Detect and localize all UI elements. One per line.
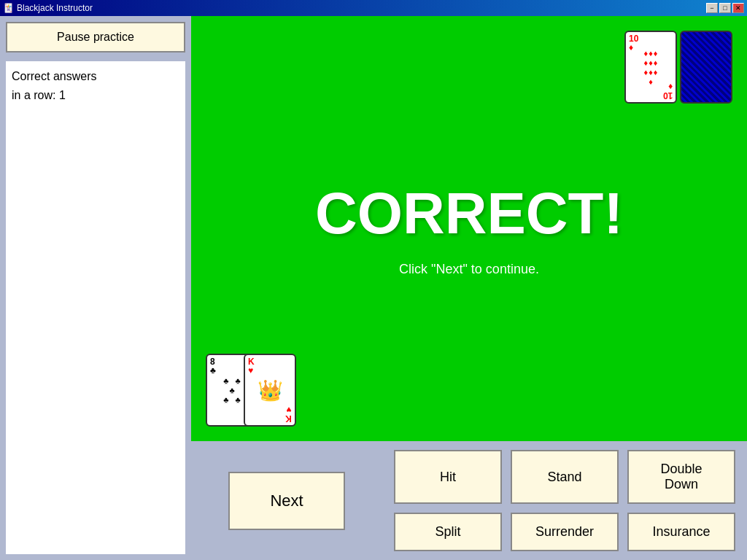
window-controls: − □ ✕	[706, 3, 744, 13]
next-button[interactable]: Next	[228, 472, 345, 530]
action-buttons: Hit Stand Double Down Split Surrender In…	[382, 441, 747, 560]
app-title: Blackjack Instructor	[17, 3, 93, 13]
player-cards: 8♣ ♣♣ ♣ ♣♣ 8♣ K♥ 👑 K♥	[206, 354, 296, 427]
dealer-cards: 10♦ ♦♦♦ ♦♦♦ ♦♦♦ ♦ 10♦	[624, 31, 732, 104]
split-button[interactable]: Split	[394, 513, 502, 551]
maximize-button[interactable]: □	[719, 3, 731, 13]
stats-line2: in a row: 1	[12, 86, 179, 105]
stand-button[interactable]: Stand	[511, 450, 619, 504]
continue-message: Click "Next" to continue.	[399, 262, 539, 277]
app-icon: 🃏	[3, 3, 14, 13]
surrender-button[interactable]: Surrender	[511, 513, 619, 551]
player-card-2: K♥ 👑 K♥	[244, 354, 296, 427]
bottom-section: Next Hit Stand Double Down Split Surrend…	[191, 441, 747, 560]
right-panel: 10♦ ♦♦♦ ♦♦♦ ♦♦♦ ♦ 10♦ CORRECT! Click "Ne…	[191, 16, 747, 560]
game-area: 10♦ ♦♦♦ ♦♦♦ ♦♦♦ ♦ 10♦ CORRECT! Click "Ne…	[191, 16, 747, 441]
pause-button[interactable]: Pause practice	[6, 22, 185, 52]
dealer-card-2-back	[680, 31, 732, 104]
insurance-button[interactable]: Insurance	[627, 513, 735, 551]
next-button-area: Next	[191, 441, 382, 560]
stats-area: Correct answers in a row: 1	[6, 61, 185, 554]
title-bar: 🃏 Blackjack Instructor − □ ✕	[0, 0, 747, 16]
minimize-button[interactable]: −	[706, 3, 718, 13]
close-button[interactable]: ✕	[732, 3, 744, 13]
correct-message: CORRECT!	[315, 180, 623, 247]
double-down-button[interactable]: Double Down	[627, 450, 735, 504]
hit-button[interactable]: Hit	[394, 450, 502, 504]
dealer-card-1: 10♦ ♦♦♦ ♦♦♦ ♦♦♦ ♦ 10♦	[624, 31, 677, 104]
stats-line1: Correct answers	[12, 67, 179, 86]
left-panel: Pause practice Correct answers in a row:…	[0, 16, 191, 560]
